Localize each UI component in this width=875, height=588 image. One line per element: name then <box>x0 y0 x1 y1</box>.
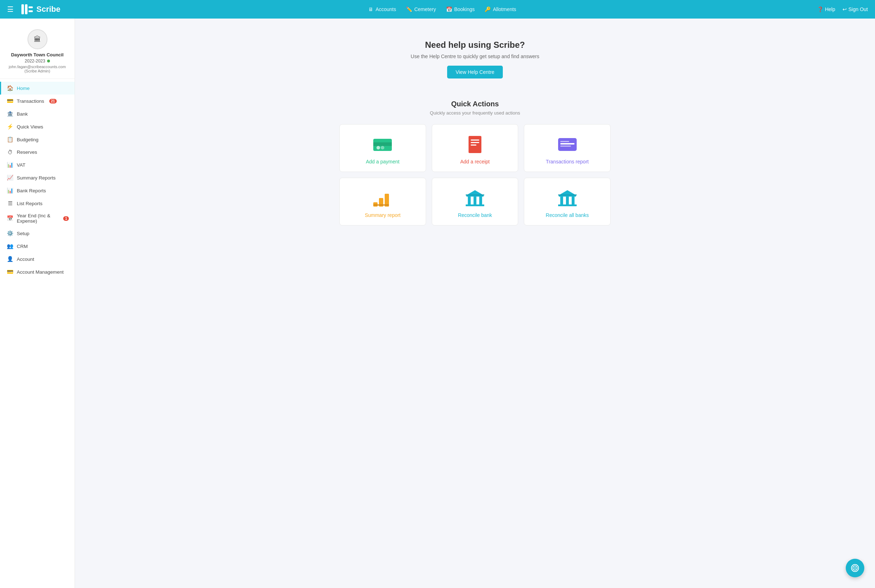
signout-icon: ↩ <box>842 6 847 12</box>
nav-accounts[interactable]: 🖥 Accounts <box>368 6 396 12</box>
help-section: Need help using Scribe? Use the Help Cen… <box>368 29 582 86</box>
svg-point-34 <box>854 567 856 569</box>
sidebar-label: Budgeting <box>17 137 39 142</box>
quick-actions-title: Quick Actions <box>339 100 611 108</box>
reconcile-all-banks-label: Reconcile all banks <box>546 212 589 218</box>
help-link[interactable]: ❓ Help <box>817 6 835 12</box>
sidebar-item-account[interactable]: 👤 Account <box>0 253 75 266</box>
fab-help-button[interactable] <box>846 559 864 577</box>
sidebar-item-crm[interactable]: 👥 CRM <box>0 240 75 253</box>
svg-rect-30 <box>558 204 577 206</box>
quick-actions-grid: Add a payment Add a receipt <box>339 124 611 225</box>
sidebar-label: Setup <box>17 231 29 236</box>
sidebar-item-transactions[interactable]: 💳 Transactions 21 <box>0 94 75 107</box>
sidebar-item-reserves[interactable]: ⏱ Reserves <box>0 146 75 158</box>
user-email: john.fagan@scribeaccounts.com <box>4 64 71 69</box>
svg-rect-22 <box>474 196 476 204</box>
transactions-badge: 21 <box>49 99 57 104</box>
svg-point-6 <box>377 146 380 150</box>
svg-rect-11 <box>471 144 476 146</box>
logo[interactable]: Scribe <box>21 3 60 16</box>
account-icon: 👤 <box>7 256 13 262</box>
sidebar-item-bank-reports[interactable]: 📊 Bank Reports <box>0 184 75 197</box>
svg-rect-19 <box>373 204 389 206</box>
sidebar-profile: 🏛 Dayworth Town Council 2022-2023 john.f… <box>0 22 75 79</box>
sidebar-item-quick-views[interactable]: ⚡ Quick Views <box>0 120 75 133</box>
fab-icon <box>851 564 859 572</box>
quick-card-add-payment[interactable]: Add a payment <box>339 124 426 172</box>
quick-card-reconcile-all-banks[interactable]: Reconcile all banks <box>524 178 611 225</box>
sidebar-item-year-end[interactable]: 📅 Year End (Inc & Expense) 1 <box>0 210 75 227</box>
sidebar-item-summary-reports[interactable]: 📈 Summary Reports <box>0 171 75 184</box>
add-payment-label: Add a payment <box>366 159 399 165</box>
nav-bookings[interactable]: 📅 Bookings <box>446 6 475 12</box>
svg-rect-31 <box>558 195 577 195</box>
sidebar-label: Summary Reports <box>17 175 56 180</box>
allotments-icon: 🔑 <box>485 6 491 12</box>
top-nav-links: 🖥 Accounts ✏️ Cemetery 📅 Bookings 🔑 Allo… <box>68 6 817 12</box>
year-end-badge: 1 <box>63 216 69 221</box>
logo-icon <box>21 3 33 16</box>
sidebar-item-vat[interactable]: 📊 VAT <box>0 158 75 171</box>
quickviews-icon: ⚡ <box>7 123 13 130</box>
summary-reports-icon: 📈 <box>7 174 13 181</box>
page-layout: 🏛 Dayworth Town Council 2022-2023 john.f… <box>0 18 875 588</box>
quick-card-add-receipt[interactable]: Add a receipt <box>432 124 518 172</box>
quick-card-transactions-report[interactable]: Transactions report <box>524 124 611 172</box>
sidebar-label: Account Management <box>17 269 63 275</box>
quick-actions-section: Quick Actions Quickly access your freque… <box>339 100 611 225</box>
main-content: Need help using Scribe? Use the Help Cen… <box>75 18 875 588</box>
summary-report-label: Summary report <box>365 212 401 218</box>
hamburger-menu[interactable]: ☰ <box>7 5 14 14</box>
sidebar-label: List Reports <box>17 201 42 206</box>
accounts-icon: 🖥 <box>368 6 373 12</box>
svg-point-7 <box>381 146 384 150</box>
year-badge: 2022-2023 <box>4 58 71 63</box>
help-subtitle: Use the Help Centre to quickly get setup… <box>375 54 575 59</box>
nav-allotments[interactable]: 🔑 Allotments <box>485 6 516 12</box>
svg-rect-27 <box>560 196 563 204</box>
sidebar-item-bank[interactable]: 🏦 Bank <box>0 107 75 120</box>
bookings-icon: 📅 <box>446 6 452 12</box>
svg-rect-3 <box>29 10 33 12</box>
svg-marker-20 <box>467 190 483 196</box>
sidebar-label: Reserves <box>17 150 37 155</box>
top-nav-right: ❓ Help ↩ Sign Out <box>817 6 868 12</box>
sidebar-item-list-reports[interactable]: ☰ List Reports <box>0 197 75 210</box>
svg-rect-2 <box>29 6 33 8</box>
signout-link[interactable]: ↩ Sign Out <box>842 6 868 12</box>
quick-card-reconcile-bank[interactable]: Reconcile bank <box>432 178 518 225</box>
sidebar-label: VAT <box>17 162 26 168</box>
svg-rect-21 <box>468 196 471 204</box>
svg-rect-10 <box>471 142 479 143</box>
svg-rect-24 <box>466 204 484 206</box>
status-dot <box>47 60 50 63</box>
top-navigation: ☰ Scribe 🖥 Accounts ✏️ Cemetery 📅 Bookin… <box>0 0 875 18</box>
sidebar: 🏛 Dayworth Town Council 2022-2023 john.f… <box>0 18 75 588</box>
help-icon: ❓ <box>817 6 823 12</box>
svg-rect-13 <box>560 143 575 144</box>
budgeting-icon: 📋 <box>7 136 13 143</box>
quick-card-summary-report[interactable]: Summary report <box>339 178 426 225</box>
svg-rect-14 <box>560 141 569 142</box>
bank-reports-icon: 📊 <box>7 188 13 194</box>
svg-rect-0 <box>21 4 24 14</box>
sidebar-label: CRM <box>17 244 28 249</box>
svg-rect-15 <box>560 146 571 147</box>
svg-rect-1 <box>25 4 27 14</box>
sidebar-item-setup[interactable]: ⚙️ Setup <box>0 227 75 240</box>
vat-icon: 📊 <box>7 162 13 168</box>
list-reports-icon: ☰ <box>7 200 13 207</box>
setup-icon: ⚙️ <box>7 230 13 237</box>
sidebar-item-budgeting[interactable]: 📋 Budgeting <box>0 133 75 146</box>
year-end-icon: 📅 <box>7 215 13 222</box>
svg-rect-9 <box>471 140 479 141</box>
user-role: (Scribe Admin) <box>4 69 71 73</box>
quick-actions-subtitle: Quickly access your frequently used acti… <box>339 110 611 116</box>
sidebar-item-home[interactable]: 🏠 Home <box>0 82 75 94</box>
sidebar-label: Bank Reports <box>17 188 46 194</box>
nav-cemetery[interactable]: ✏️ Cemetery <box>406 6 436 12</box>
sidebar-item-account-management[interactable]: 💳 Account Management <box>0 266 75 278</box>
view-help-centre-button[interactable]: View Help Centre <box>447 66 503 78</box>
reconcile-bank-icon <box>464 189 486 207</box>
